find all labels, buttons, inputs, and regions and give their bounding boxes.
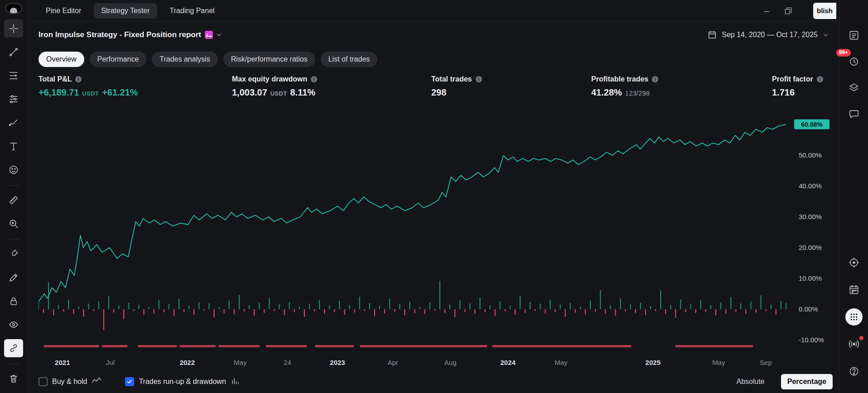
tab-strategy-tester[interactable]: Strategy Tester xyxy=(94,3,157,19)
ruler-icon xyxy=(8,195,19,206)
info-icon[interactable] xyxy=(310,76,318,83)
text-tool-button[interactable] xyxy=(4,137,23,155)
brush-tool-button[interactable] xyxy=(4,114,23,132)
link-icon xyxy=(8,343,19,354)
svg-text:20.00%: 20.00% xyxy=(799,244,822,251)
account-avatar[interactable] xyxy=(5,3,22,14)
crosshair-tool-button[interactable] xyxy=(4,19,23,38)
magnet-icon xyxy=(8,249,19,259)
x-axis-label: May xyxy=(234,359,246,366)
lock-drawings-tool-button[interactable] xyxy=(4,292,23,310)
info-icon[interactable] xyxy=(75,76,82,83)
checkbox-icon xyxy=(125,377,134,386)
svg-text:50.00%: 50.00% xyxy=(799,151,822,159)
report-tabs: Overview Performance Trades analysis Ris… xyxy=(28,48,839,71)
long-short-position-tool-button[interactable] xyxy=(4,90,23,108)
alert-clock-icon xyxy=(848,56,860,67)
line-series-icon xyxy=(92,377,101,387)
strategy-tester-panel: Pine Editor Strategy Tester Trading Pane… xyxy=(28,0,839,393)
tab-list-of-trades[interactable]: List of trades xyxy=(321,52,378,67)
ruler-tool-button[interactable] xyxy=(4,191,23,209)
target-button[interactable] xyxy=(844,253,864,273)
info-icon[interactable] xyxy=(475,76,482,83)
publish-button-fragment[interactable]: blish xyxy=(813,3,836,19)
eye-icon xyxy=(8,319,19,330)
watchlist-button[interactable] xyxy=(844,25,864,45)
info-icon[interactable] xyxy=(651,76,659,83)
calendar-grid-icon xyxy=(848,284,860,296)
equity-chart[interactable]: 50.00%40.00%30.00%20.00%10.00%0.00%-10.0… xyxy=(28,112,839,357)
x-axis-label: 2021 xyxy=(55,359,70,366)
tab-trading-panel[interactable]: Trading Panel xyxy=(163,3,222,19)
stat-secondary: 123/298 xyxy=(625,89,650,97)
sync-drawings-tool-button[interactable] xyxy=(4,339,23,357)
remove-drawings-tool-button[interactable] xyxy=(4,369,23,388)
minimize-button[interactable] xyxy=(761,5,772,17)
tab-pine-editor[interactable]: Pine Editor xyxy=(39,3,88,19)
calendar-icon xyxy=(707,30,717,40)
chat-button[interactable] xyxy=(844,104,864,124)
trendline-tool-button[interactable] xyxy=(4,43,23,61)
tab-performance[interactable]: Performance xyxy=(90,52,147,67)
stat-secondary: +61.21% xyxy=(102,87,138,98)
alerts-button[interactable]: 99+ xyxy=(844,52,864,72)
report-type-icon xyxy=(205,31,213,39)
info-icon[interactable] xyxy=(816,76,824,83)
panel-tabs-bar: Pine Editor Strategy Tester Trading Pane… xyxy=(28,0,839,22)
svg-text:-10.00%: -10.00% xyxy=(799,336,824,344)
stat-label: Profitable trades xyxy=(591,75,648,83)
broadcast-button[interactable] xyxy=(844,334,864,354)
toolbar-divider xyxy=(7,239,20,240)
trades-runup-drawdown-toggle[interactable]: Trades run-up & drawdown xyxy=(125,377,239,387)
x-axis-label: Apr xyxy=(387,359,398,366)
tab-overview[interactable]: Overview xyxy=(39,52,84,67)
zoom-tool-button[interactable] xyxy=(4,215,23,233)
trash-icon xyxy=(8,373,19,384)
date-range-picker[interactable]: Sep 14, 2020 — Oct 17, 2025 xyxy=(704,27,833,43)
stat-unit: USDT xyxy=(82,90,99,97)
x-axis-label: May xyxy=(555,359,567,366)
tab-risk-performance-ratios[interactable]: Risk/performance ratios xyxy=(223,52,315,67)
equity-curve-svg[interactable]: 50.00%40.00%30.00%20.00%10.00%0.00%-10.0… xyxy=(39,112,836,357)
x-axis-label: 2024 xyxy=(501,359,516,366)
emoji-tool-button[interactable] xyxy=(4,161,23,179)
stat-label: Total P&L xyxy=(39,75,72,83)
hide-drawings-tool-button[interactable] xyxy=(4,316,23,334)
notification-dot xyxy=(859,336,863,340)
percentage-mode-button[interactable]: Percentage xyxy=(781,374,833,389)
alerts-count-badge: 99+ xyxy=(836,49,851,57)
date-range-text: Sep 14, 2020 — Oct 17, 2025 xyxy=(722,31,818,39)
toolbar-divider xyxy=(7,364,20,364)
magnet-tool-button[interactable] xyxy=(4,245,23,263)
broadcast-icon xyxy=(848,338,860,350)
svg-text:40.00%: 40.00% xyxy=(799,182,822,190)
stat-value: 1.716 xyxy=(772,87,795,98)
edit-tool-button[interactable] xyxy=(4,268,23,287)
zoom-icon xyxy=(8,218,19,229)
stat-unit: USDT xyxy=(270,90,287,97)
x-axis-label: 2023 xyxy=(330,359,345,366)
restore-button[interactable] xyxy=(782,5,794,17)
minimize-icon xyxy=(762,6,771,15)
stat-profit-factor: Profit factor 1.716 xyxy=(772,75,833,112)
buy-and-hold-toggle[interactable]: Buy & hold xyxy=(39,377,101,387)
chart-footer: Buy & hold Trades run-up & drawdown Abso… xyxy=(28,370,839,393)
x-axis-label: 2025 xyxy=(646,359,661,366)
help-button[interactable] xyxy=(844,361,864,381)
tab-trades-analysis[interactable]: Trades analysis xyxy=(152,52,217,67)
economic-calendar-button[interactable] xyxy=(844,280,864,300)
stat-label: Total trades xyxy=(431,75,472,83)
time-axis[interactable]: 2021Jul2022May242023AprAug2024May2025May… xyxy=(39,357,786,370)
report-dropdown[interactable] xyxy=(216,31,223,38)
stat-value: 298 xyxy=(431,87,446,98)
fib-retracement-tool-button[interactable] xyxy=(4,67,23,85)
absolute-mode-button[interactable]: Absolute xyxy=(730,374,771,389)
apps-menu-button[interactable] xyxy=(844,307,864,327)
bars-series-icon xyxy=(231,377,240,387)
stat-label: Profit factor xyxy=(772,75,813,83)
stat-max-equity-drawdown: Max equity drawdown 1,003.07 USDT 8.11% xyxy=(232,75,431,112)
toolbar-divider xyxy=(7,185,20,186)
layers-button[interactable] xyxy=(844,78,864,98)
svg-text:60.08%: 60.08% xyxy=(801,121,823,128)
brush-icon xyxy=(8,117,19,128)
